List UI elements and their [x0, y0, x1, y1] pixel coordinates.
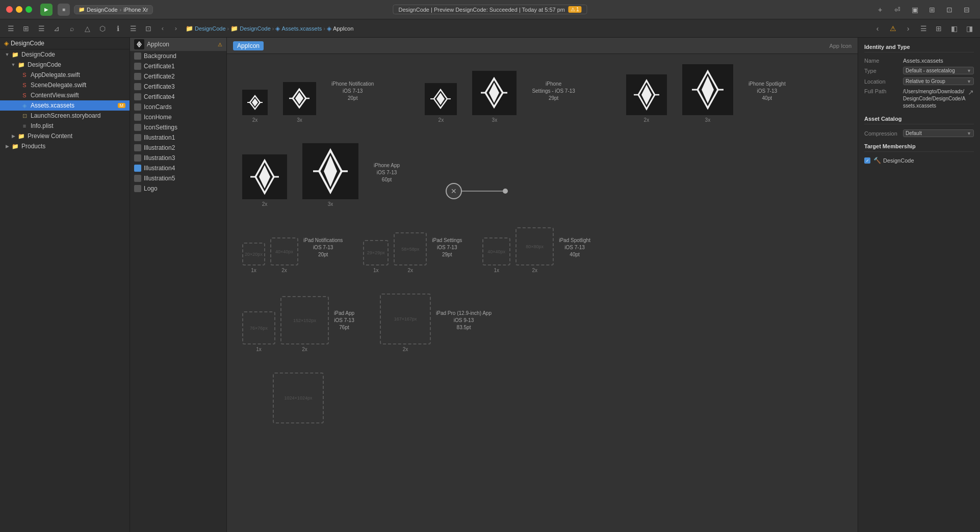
prev-btn[interactable]: ‹: [871, 22, 884, 35]
sidebar-item-infoplist[interactable]: ≡ Info.plist: [0, 121, 130, 131]
icon-box-spotlight-2x[interactable]: [626, 74, 667, 115]
icon-cell-ipad-settings-2x: 58×58px 2x: [394, 232, 427, 273]
right-panel-icon[interactable]: ◧: [947, 22, 961, 35]
layout-button-2[interactable]: ⊞: [925, 4, 939, 15]
file-nav-icon-cert2: [134, 73, 141, 80]
icon-cell-iphone-settings-2x: 2x: [425, 83, 457, 123]
nav-forward[interactable]: ›: [170, 23, 182, 34]
stop-button[interactable]: ■: [58, 4, 70, 16]
compression-select[interactable]: Default ▼: [903, 129, 974, 137]
location-select[interactable]: Relative to Group ▼: [903, 77, 974, 85]
file-nav-item-appicon[interactable]: AppIcon ⚠: [130, 38, 226, 51]
icon-box-ipad-pro-2x[interactable]: 167×167px: [380, 294, 431, 344]
icon-box-app-2x[interactable]: [242, 154, 287, 199]
icon-box-ipad-app-2x[interactable]: 152×152px: [280, 296, 329, 344]
close-button[interactable]: [6, 6, 13, 13]
file-nav-item-illus1[interactable]: Illustration1: [130, 132, 226, 143]
drag-circle[interactable]: ✕: [446, 183, 462, 199]
file-nav-label-illus3: Illustration3: [144, 154, 175, 162]
icon-box-ipad-spotlight-1x[interactable]: 40×40px: [482, 237, 510, 265]
sidebar-item-preview-content[interactable]: ▶ 📁 Preview Content: [0, 131, 130, 141]
breakpoint-icon[interactable]: ⬡: [96, 22, 109, 35]
tool-icon-2[interactable]: ⊡: [142, 22, 155, 35]
icon-box-appstore-1x[interactable]: 1024×1024px: [273, 373, 324, 423]
grid-view-toggle[interactable]: ⊞: [19, 22, 33, 35]
file-nav-icon-cert3: [134, 83, 141, 90]
icon-box-ipad-settings-2x[interactable]: 58×58px: [394, 232, 427, 265]
file-nav-item-iconcards[interactable]: IconCards: [130, 102, 226, 112]
breadcrumb-item-2[interactable]: DesignCode: [240, 25, 271, 32]
file-nav-item-background[interactable]: Background: [130, 51, 226, 61]
icon-box-app-3x[interactable]: [302, 143, 358, 199]
file-nav-item-illus2[interactable]: Illustration2: [130, 143, 226, 153]
file-nav-item-illus5[interactable]: Illustration5: [130, 173, 226, 183]
compression-chevron: ▼: [967, 131, 971, 136]
file-nav-label-illus2: Illustration2: [144, 144, 175, 151]
grid-nav-icon[interactable]: ⊞: [932, 22, 945, 35]
next-btn[interactable]: ›: [901, 22, 915, 35]
size-label-ipad-spotlight-2x: 80×80px: [526, 244, 544, 249]
sidebar-item-contentview[interactable]: S ContentView.swift: [0, 90, 130, 100]
nav-back[interactable]: ‹: [157, 23, 168, 34]
layout-button-3[interactable]: ⊡: [942, 4, 957, 15]
sidebar-label-group: DesignCode: [28, 61, 125, 68]
icon-box-notif-3x[interactable]: [283, 82, 316, 115]
file-nav-item-cert3[interactable]: Certificate3: [130, 82, 226, 92]
play-button[interactable]: ▶: [40, 4, 53, 16]
icon-box-ipad-notif-1x[interactable]: 20×20px: [242, 243, 265, 265]
debug-icon[interactable]: △: [81, 22, 94, 35]
fullpath-label: Full Path: [864, 88, 900, 94]
icon-box-ipad-spotlight-2x[interactable]: 80×80px: [515, 227, 554, 265]
info-icon[interactable]: ℹ: [111, 22, 124, 35]
align-icon[interactable]: ⊿: [50, 22, 63, 35]
sidebar-label-appdelegate: AppDelegate.swift: [31, 71, 125, 78]
sidebar-item-designcode-group[interactable]: ▼ 📁 DesignCode: [0, 60, 130, 70]
icon-box-notif-2x[interactable]: [242, 90, 268, 115]
file-nav-item-iconhome[interactable]: IconHome: [130, 112, 226, 122]
layout-button-4[interactable]: ⊟: [960, 4, 974, 15]
breadcrumb-item-4[interactable]: AppIcon: [333, 25, 353, 32]
layout-button-1[interactable]: ▣: [908, 4, 922, 15]
minimize-button[interactable]: [16, 6, 22, 13]
warning-badge: ⚠ 1: [568, 6, 582, 13]
warning-nav-icon[interactable]: ⚠: [886, 22, 899, 35]
icon-box-settings-3x[interactable]: [472, 71, 517, 115]
tab-appicon[interactable]: AppIcon: [233, 41, 264, 50]
search-icon[interactable]: ⌕: [65, 22, 79, 35]
maximize-button[interactable]: [25, 6, 32, 13]
file-nav-item-iconsettings[interactable]: IconSettings: [130, 122, 226, 132]
list-nav-icon[interactable]: ☰: [917, 22, 930, 35]
icon-box-ipad-notif-2x[interactable]: 40×40px: [270, 237, 298, 265]
sidebar-item-designcode-root[interactable]: ▼ 📁 DesignCode: [0, 49, 130, 60]
list-view-toggle[interactable]: ☰: [35, 22, 48, 35]
icon-cell-iphone-app-2x: 2x: [242, 154, 287, 207]
breadcrumb-item-1[interactable]: DesignCode: [195, 25, 226, 32]
scheme-selector[interactable]: 📁 DesignCode › iPhone Xr: [74, 5, 153, 14]
tool-icon-1[interactable]: ☰: [126, 22, 140, 35]
status-bar: DesignCode | Preview DesignCode: Succeed…: [393, 5, 587, 14]
sidebar-item-assets[interactable]: ◈ Assets.xcassets M: [0, 100, 130, 111]
icon-box-ipad-app-1x[interactable]: 76×76px: [242, 311, 275, 344]
icon-box-ipad-settings-1x[interactable]: 29×29px: [363, 240, 389, 265]
breadcrumb-item-3[interactable]: Assets.xcassets: [281, 25, 322, 32]
sidebar-toggle[interactable]: ☰: [4, 22, 17, 35]
file-nav-item-cert2[interactable]: Certificate2: [130, 71, 226, 82]
file-nav-item-logo[interactable]: Logo: [130, 183, 226, 194]
type-value: Default - assetcatalog: [906, 68, 955, 73]
file-nav-item-cert4[interactable]: Certificate4: [130, 92, 226, 102]
add-tab-button[interactable]: +: [873, 4, 887, 15]
sidebar-item-products[interactable]: ▶ 📁 Products: [0, 141, 130, 151]
inspector-icon[interactable]: ◨: [963, 22, 976, 35]
sidebar-item-appdelegate[interactable]: S AppDelegate.swift: [0, 70, 130, 80]
icon-box-settings-2x[interactable]: [425, 83, 457, 115]
type-select[interactable]: Default - assetcatalog ▼: [903, 67, 974, 74]
reveal-icon[interactable]: ↗: [968, 88, 974, 96]
file-nav-item-cert1[interactable]: Certificate1: [130, 61, 226, 71]
icon-box-spotlight-3x[interactable]: [682, 64, 733, 115]
file-nav-item-illus4[interactable]: Illustration4: [130, 163, 226, 173]
file-nav-item-illus3[interactable]: Illustration3: [130, 153, 226, 163]
sidebar-item-launchscreen[interactable]: ⊡ LaunchScreen.storyboard: [0, 111, 130, 121]
sidebar-item-scenedelegate[interactable]: S SceneDelegate.swift: [0, 80, 130, 90]
target-checkbox[interactable]: ✓: [864, 157, 870, 164]
enter-button[interactable]: ⏎: [890, 4, 905, 15]
